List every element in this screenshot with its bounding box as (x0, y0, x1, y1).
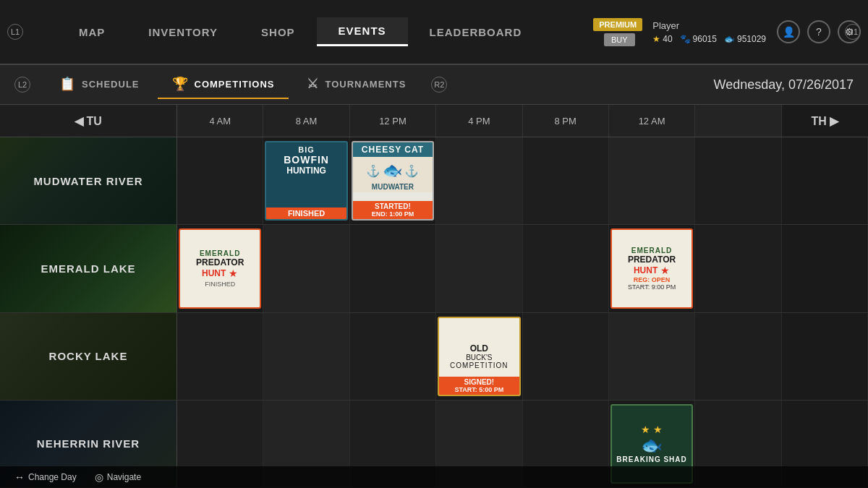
friends-button[interactable]: 👤 (777, 20, 800, 43)
emerald-12am[interactable]: EMERALD PREDATOR HUNT ★ REG: OPEN START:… (609, 225, 695, 312)
bowfin-title2: HUNTING (271, 166, 341, 176)
time-header: ◀ TU 4 AM 8 AM 12 PM 4 PM 8 PM 12 AM TH … (0, 105, 868, 137)
rocky-8am[interactable] (263, 313, 349, 400)
cheesy-logo: ⚓ 🐟 ⚓ (356, 158, 430, 183)
emerald-left-line2: PREDATOR (184, 257, 255, 267)
navigate-icon: ◎ (95, 471, 103, 483)
rocky-row: ROCKY LAKE OLD BUCK'S COMPETITION SIGNED… (0, 313, 868, 401)
rocky-8pm[interactable] (523, 313, 609, 400)
mudwater-extra[interactable] (695, 137, 781, 224)
calendar-rows: MUDWATER RIVER BIG BOWFIN HUNTING FINISH… (0, 137, 868, 488)
mudwater-12pm[interactable]: CHEESY CAT ⚓ 🐟 ⚓ MUDWATER STARTED! END: … (350, 137, 436, 224)
rocky-12pm[interactable] (350, 313, 436, 400)
nav-map[interactable]: MAP (57, 19, 127, 46)
time-extra (695, 105, 781, 137)
rocky-4am[interactable] (177, 313, 263, 400)
navigate-item: ◎ Navigate (95, 471, 141, 483)
nav-inventory[interactable]: INVENTORY (127, 19, 239, 46)
emerald-4am[interactable]: EMERALD PREDATOR HUNT ★ FINISHED (177, 225, 263, 312)
bowfin-status: FINISHED (266, 207, 346, 219)
fish-big-icon: 🐟 (383, 161, 402, 180)
premium-label: PREMIUM (593, 18, 642, 31)
emerald-extra[interactable] (695, 225, 781, 312)
buy-button[interactable]: BUY (604, 33, 635, 46)
oldbuck-title2: BUCK'S (443, 354, 514, 361)
oldbuck-footer: SIGNED! START: 5:00 PM (439, 377, 519, 395)
breaking-title: BREAKING SHAD (616, 455, 687, 463)
mudwater-8pm[interactable] (523, 137, 609, 224)
rocky-extra[interactable] (695, 313, 781, 400)
oldbuck-status: SIGNED! (441, 378, 517, 386)
player-info: Player ★ 40 🐾 96015 🐟 951029 (652, 20, 766, 44)
time-4pm: 4 PM (436, 105, 522, 137)
emerald-8pm[interactable] (523, 225, 609, 312)
emerald-right-inner: EMERALD PREDATOR HUNT ★ REG: OPEN START:… (612, 230, 692, 307)
mudwater-12am[interactable] (609, 137, 695, 224)
emerald-end[interactable] (782, 225, 868, 312)
premium-group: PREMIUM BUY (593, 18, 645, 46)
anchor-left-icon: ⚓ (366, 164, 380, 178)
calendar-container: ◀ TU 4 AM 8 AM 12 PM 4 PM 8 PM 12 AM TH … (0, 105, 868, 488)
bowfin-event[interactable]: BIG BOWFIN HUNTING FINISHED (265, 141, 347, 221)
emerald-right-line1: EMERALD (616, 247, 687, 254)
navigate-label: Navigate (107, 472, 141, 482)
r1-button[interactable]: R1 (845, 24, 861, 40)
anchor-right-icon: ⚓ (404, 164, 419, 178)
emerald-right-line3: HUNT (634, 265, 658, 275)
r2-button[interactable]: R2 (431, 77, 447, 93)
player-stats: ★ 40 🐾 96015 🐟 951029 (652, 34, 766, 44)
emerald-left-inner: EMERALD PREDATOR HUNT ★ FINISHED (180, 230, 260, 307)
cheesy-title1: CHEESY CAT (357, 145, 428, 155)
bowfin-big-text: BIG (271, 145, 341, 154)
emerald-12pm[interactable] (350, 225, 436, 312)
emerald-row: EMERALD LAKE EMERALD PREDATOR HUNT ★ FIN… (0, 225, 868, 312)
mudwater-8am[interactable]: BIG BOWFIN HUNTING FINISHED (263, 137, 349, 224)
time-4am: 4 AM (177, 105, 263, 137)
time-12am: 12 AM (609, 105, 695, 137)
l1-button[interactable]: L1 (7, 24, 23, 40)
player-fish: 🐟 951029 (724, 34, 766, 44)
mudwater-4pm[interactable] (436, 137, 522, 224)
rocky-12am[interactable] (609, 313, 695, 400)
emerald-right-event[interactable]: EMERALD PREDATOR HUNT ★ REG: OPEN START:… (610, 228, 693, 308)
joystick-icon: ↔ (14, 471, 25, 483)
emerald-left-status: FINISHED (184, 281, 255, 288)
mudwater-label: MUDWATER RIVER (0, 137, 177, 224)
cheesy-event[interactable]: CHEESY CAT ⚓ 🐟 ⚓ MUDWATER STARTED! END: … (352, 141, 434, 221)
emerald-left-line3: HUNT (202, 268, 226, 278)
emerald-star-left: ★ (229, 267, 238, 279)
next-day-nav[interactable]: TH ▶ (782, 105, 868, 137)
bowfin-header: BIG BOWFIN HUNTING (266, 142, 346, 179)
rocky-end[interactable] (782, 313, 868, 400)
nav-shop[interactable]: SHOP (239, 19, 317, 46)
oldbuck-event[interactable]: OLD BUCK'S COMPETITION SIGNED! START: 5:… (438, 317, 520, 396)
date-display: Wednesday, 07/26/2017 (714, 77, 854, 93)
nav-events[interactable]: EVENTS (317, 17, 408, 46)
cheesy-subtitle: MUDWATER (356, 183, 430, 191)
nav-leaderboard[interactable]: LEADERBOARD (408, 19, 544, 46)
rocky-4pm[interactable]: OLD BUCK'S COMPETITION SIGNED! START: 5:… (436, 313, 522, 400)
cheesy-status: STARTED! END: 1:00 PM (353, 201, 433, 219)
mudwater-end[interactable] (782, 137, 868, 224)
help-button[interactable]: ? (807, 20, 830, 43)
time-8pm: 8 PM (523, 105, 609, 137)
tab-schedule[interactable]: 📋 SCHEDULE (45, 70, 154, 99)
tab-competitions[interactable]: 🏆 COMPETITIONS (158, 70, 289, 99)
player-name: Player (652, 20, 766, 31)
emerald-left-event[interactable]: EMERALD PREDATOR HUNT ★ FINISHED (179, 228, 261, 308)
l2-button[interactable]: L2 (14, 77, 30, 93)
change-day-item: ↔ Change Day (14, 471, 77, 483)
prev-day-nav[interactable]: ◀ TU (0, 105, 177, 137)
mudwater-4am[interactable] (177, 137, 263, 224)
emerald-8am[interactable] (263, 225, 349, 312)
competitions-icon: 🏆 (172, 76, 189, 92)
tab-tournaments[interactable]: ⚔ TOURNAMENTS (292, 70, 420, 99)
star-icon: ★ (652, 34, 660, 44)
emerald-start-time: START: 9:00 PM (616, 283, 687, 291)
sub-nav-right: R2 (431, 77, 447, 93)
player-coins: 🐾 96015 (680, 34, 717, 44)
footer-bar: ↔ Change Day ◎ Navigate (0, 466, 868, 488)
emerald-4pm[interactable] (436, 225, 522, 312)
change-day-label: Change Day (28, 472, 77, 482)
time-12pm: 12 PM (350, 105, 436, 137)
